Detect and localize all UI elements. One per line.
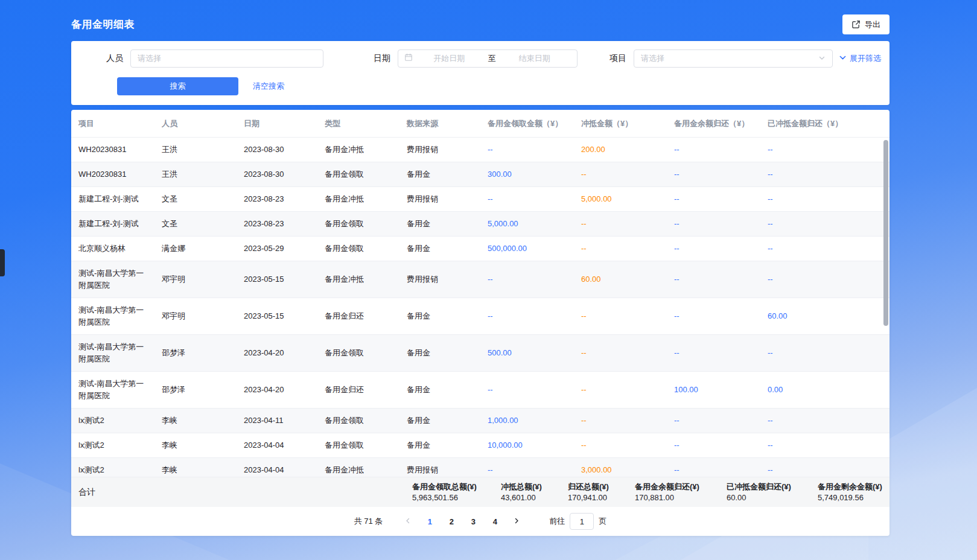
chevron-down-icon	[818, 54, 826, 63]
chevron-down-icon	[839, 54, 847, 63]
summary-item-label: 冲抵总额(¥)	[501, 482, 542, 492]
page-button-1[interactable]: 1	[421, 513, 439, 530]
summary-item: 归还总额(¥)170,941.00	[568, 482, 609, 503]
summary-item-value: 170,941.00	[568, 492, 609, 503]
cell-type: 备用金冲抵	[317, 458, 399, 477]
date-range-picker[interactable]: 开始日期 至 结束日期	[398, 49, 578, 68]
end-date-input[interactable]: 结束日期	[498, 53, 571, 64]
cell-received: --	[480, 304, 574, 328]
goto-page-input[interactable]	[570, 513, 594, 530]
cell-received: --	[480, 187, 574, 211]
table-row[interactable]: 测试-南昌大学第一附属医院邓宇明2023-05-15备用金归还备用金------…	[71, 298, 889, 335]
cell-balance-return: --	[667, 162, 760, 186]
column-header: 备用金领取金额（¥）	[480, 118, 574, 129]
summary-total-label: 合计	[78, 487, 95, 498]
cell-person: 邓宇明	[154, 267, 237, 291]
cell-project: 测试-南昌大学第一附属医院	[71, 372, 154, 408]
summary-item: 已冲抵金额归还(¥)60.00	[727, 482, 791, 503]
summary-item-label: 备用金剩余金额(¥)	[818, 482, 882, 492]
cell-offset: --	[574, 237, 667, 261]
cell-project: WH20230831	[71, 138, 154, 162]
cell-project: 北京顺义杨林	[71, 237, 154, 261]
summary-item: 备用金领取总额(¥)5,963,501.56	[412, 482, 477, 503]
cell-offset: --	[574, 409, 667, 433]
cell-date: 2023-05-15	[237, 267, 317, 291]
cell-date: 2023-08-30	[237, 162, 317, 186]
table-row[interactable]: lx测试2李峡2023-04-11备用金领取备用金1,000.00------	[71, 409, 889, 433]
cell-offset-return: --	[760, 162, 889, 186]
summary-item: 备用金余额归还(¥)170,881.00	[635, 482, 699, 503]
expand-filters-link[interactable]: 展开筛选	[839, 53, 881, 64]
project-filter-label: 项目	[609, 53, 626, 64]
summary-item: 冲抵总额(¥)43,601.00	[501, 482, 542, 503]
expand-filters-label: 展开筛选	[850, 53, 881, 64]
table-row[interactable]: lx测试2李峡2023-04-04备用金冲抵费用报销--3,000.00----	[71, 458, 889, 477]
cell-offset-return: --	[760, 433, 889, 457]
column-header: 冲抵金额（¥）	[574, 118, 667, 129]
next-page-button[interactable]	[508, 513, 526, 530]
cell-received: 10,000.00	[480, 433, 574, 457]
cell-offset-return: 0.00	[760, 378, 889, 402]
export-button[interactable]: 导出	[842, 14, 889, 34]
cell-project: WH20230831	[71, 162, 154, 186]
cell-source: 费用报销	[399, 267, 480, 291]
cell-offset: --	[574, 162, 667, 186]
summary-item-label: 备用金余额归还(¥)	[635, 482, 699, 492]
total-count: 共 71 条	[354, 516, 383, 527]
cell-type: 备用金领取	[317, 341, 399, 365]
goto-page-label: 前往	[549, 516, 565, 527]
cell-source: 备用金	[399, 212, 480, 236]
cell-received: --	[480, 267, 574, 291]
column-header: 备用金余额归还（¥）	[667, 118, 760, 129]
filter-row-fields: 人员 请选择 日期 开始日期 至 结束日期 项目 请选择	[106, 49, 889, 68]
page-button-2[interactable]: 2	[442, 513, 460, 530]
page-button-3[interactable]: 3	[464, 513, 482, 530]
sidebar-collapse-handle[interactable]	[0, 249, 5, 276]
table-row[interactable]: lx测试2李峡2023-04-04备用金领取备用金10,000.00------	[71, 433, 889, 458]
cell-balance-return: --	[667, 267, 760, 291]
table-row[interactable]: 测试-南昌大学第一附属医院邓宇明2023-05-15备用金冲抵费用报销--60.…	[71, 261, 889, 298]
summary-item-value: 60.00	[727, 492, 791, 503]
filter-panel: 人员 请选择 日期 开始日期 至 结束日期 项目 请选择	[71, 41, 889, 105]
table-row[interactable]: 测试-南昌大学第一附属医院邵梦泽2023-04-20备用金归还备用金----10…	[71, 372, 889, 409]
chevron-left-icon	[404, 517, 412, 526]
start-date-input[interactable]: 开始日期	[413, 53, 486, 64]
cell-type: 备用金归还	[317, 304, 399, 328]
table-row[interactable]: 新建工程-刘-测试文圣2023-08-23备用金冲抵费用报销--5,000.00…	[71, 187, 889, 212]
cell-person: 王洪	[154, 138, 237, 162]
project-select-placeholder: 请选择	[641, 53, 664, 64]
table-scrollbar[interactable]	[883, 140, 888, 326]
cell-source: 备用金	[399, 304, 480, 328]
table-row[interactable]: 北京顺义杨林满金娜2023-05-29备用金领取备用金500,000.00---…	[71, 237, 889, 261]
table-row[interactable]: 新建工程-刘-测试文圣2023-08-23备用金领取备用金5,000.00---…	[71, 212, 889, 237]
cell-date: 2023-04-04	[237, 433, 317, 457]
cell-source: 备用金	[399, 378, 480, 402]
clear-search-link[interactable]: 清空搜索	[253, 81, 284, 92]
export-button-label: 导出	[865, 19, 880, 30]
person-filter-label: 人员	[106, 53, 123, 64]
cell-project: 新建工程-刘-测试	[71, 187, 154, 211]
column-header: 数据来源	[399, 118, 480, 129]
cell-person: 邵梦泽	[154, 341, 237, 365]
summary-row: 合计 备用金领取总额(¥)5,963,501.56冲抵总额(¥)43,601.0…	[71, 477, 889, 507]
cell-source: 备用金	[399, 409, 480, 433]
search-button[interactable]: 搜索	[117, 77, 238, 95]
cell-person: 文圣	[154, 212, 237, 236]
cell-received: 500.00	[480, 341, 574, 365]
summary-item: 备用金剩余金额(¥)5,749,019.56	[818, 482, 882, 503]
page-button-4[interactable]: 4	[486, 513, 504, 530]
column-header: 类型	[317, 118, 399, 129]
table-row[interactable]: WH20230831王洪2023-08-30备用金领取备用金300.00----…	[71, 162, 889, 187]
cell-balance-return: --	[667, 304, 760, 328]
cell-person: 满金娜	[154, 237, 237, 261]
cell-balance-return: --	[667, 138, 760, 162]
project-select[interactable]: 请选择	[634, 49, 833, 68]
prev-page-button[interactable]	[399, 513, 417, 530]
cell-project: lx测试2	[71, 458, 154, 477]
cell-type: 备用金冲抵	[317, 267, 399, 291]
table-row[interactable]: 测试-南昌大学第一附属医院邵梦泽2023-04-20备用金领取备用金500.00…	[71, 335, 889, 372]
table-body: WH20230831王洪2023-08-30备用金冲抵费用报销--200.00-…	[71, 138, 889, 477]
table-row[interactable]: WH20230831王洪2023-08-30备用金冲抵费用报销--200.00-…	[71, 138, 889, 162]
cell-person: 邵梦泽	[154, 378, 237, 402]
person-select[interactable]: 请选择	[130, 49, 323, 68]
